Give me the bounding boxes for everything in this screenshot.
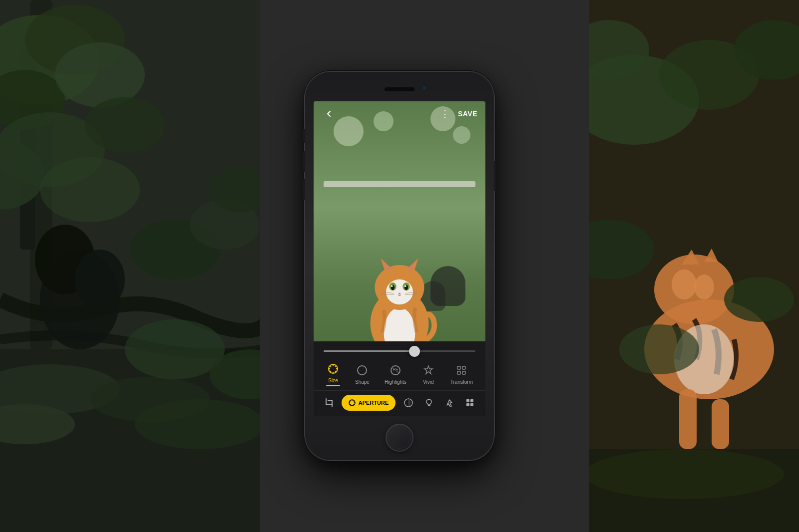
fence <box>324 181 475 187</box>
volume-down-button <box>303 179 305 200</box>
adjustment-slider-row <box>314 341 485 356</box>
svg-point-10 <box>40 157 140 222</box>
slider-fill <box>324 350 414 352</box>
svg-rect-97 <box>466 403 469 406</box>
highlights-label: Highlights <box>385 379 406 385</box>
volume-up-button <box>303 151 305 172</box>
svg-rect-31 <box>712 399 729 449</box>
back-button[interactable] <box>322 106 337 121</box>
svg-line-89 <box>354 404 354 405</box>
svg-rect-98 <box>470 403 473 406</box>
front-camera <box>422 85 427 90</box>
svg-rect-95 <box>466 399 469 402</box>
svg-point-93 <box>426 399 431 404</box>
toolbar-aperture-button[interactable]: APERTURE <box>342 395 396 411</box>
svg-rect-82 <box>462 371 465 374</box>
svg-point-28 <box>694 274 714 299</box>
photo-area: ⋮ SAVE <box>314 101 485 366</box>
earpiece <box>385 87 414 91</box>
svg-line-74 <box>330 371 331 372</box>
toolbar-crop-button[interactable] <box>321 395 337 411</box>
header-right-controls: ⋮ SAVE <box>440 108 477 119</box>
highlights-icon <box>389 363 402 377</box>
vivid-icon <box>421 363 435 377</box>
svg-rect-30 <box>679 389 697 449</box>
size-icon <box>326 362 340 376</box>
bokeh-4 <box>453 126 470 144</box>
svg-point-75 <box>358 366 367 375</box>
svg-point-34 <box>619 324 699 374</box>
toolbar-retouch-button[interactable] <box>441 395 457 411</box>
home-button[interactable] <box>386 424 413 452</box>
svg-point-35 <box>724 277 794 322</box>
tool-highlights[interactable]: Highlights <box>381 361 410 387</box>
toolbar-more-button[interactable] <box>462 395 478 411</box>
vivid-label: Vivid <box>423 379 434 385</box>
toolbar-tonal-button[interactable] <box>400 395 416 411</box>
background-left <box>0 0 265 532</box>
shape-label: Shape <box>355 379 370 385</box>
controls-area: Size Shape <box>314 341 485 416</box>
svg-point-6 <box>55 42 145 107</box>
svg-line-91 <box>350 404 351 405</box>
phone-body: ⋮ SAVE <box>305 71 494 461</box>
svg-marker-78 <box>424 366 432 374</box>
toolbar-light-button[interactable] <box>421 395 437 411</box>
tools-row: Size Shape <box>314 356 485 390</box>
svg-rect-96 <box>470 399 473 402</box>
svg-rect-80 <box>462 366 465 369</box>
svg-rect-81 <box>457 371 460 374</box>
bottom-toolbar: APERTURE <box>314 390 485 416</box>
svg-point-21 <box>75 250 125 309</box>
svg-point-22 <box>125 319 225 379</box>
svg-point-50 <box>386 279 413 304</box>
phone-screen: ⋮ SAVE <box>314 101 485 416</box>
svg-line-72 <box>335 371 336 372</box>
transform-label: Transform <box>450 379 473 385</box>
slider-track[interactable] <box>324 350 475 352</box>
svg-point-56 <box>404 285 406 287</box>
svg-line-73 <box>335 366 336 367</box>
svg-point-55 <box>391 285 393 287</box>
svg-rect-79 <box>457 366 460 369</box>
slider-thumb[interactable] <box>409 346 420 357</box>
svg-line-88 <box>350 401 351 401</box>
svg-line-90 <box>354 401 354 401</box>
photo-header: ⋮ SAVE <box>314 101 485 126</box>
svg-point-8 <box>85 97 165 152</box>
transform-icon <box>454 363 468 377</box>
shape-icon <box>355 363 369 377</box>
tool-size[interactable]: Size <box>322 360 344 388</box>
tool-transform[interactable]: Transform <box>446 361 477 387</box>
background-right <box>584 0 799 532</box>
power-button <box>494 161 496 191</box>
svg-point-27 <box>672 269 697 299</box>
tool-shape[interactable]: Shape <box>351 361 374 387</box>
more-options-button[interactable]: ⋮ <box>440 108 450 119</box>
size-label: Size <box>328 378 338 383</box>
tool-vivid[interactable]: Vivid <box>417 361 439 387</box>
mute-button <box>303 129 305 143</box>
save-button[interactable]: SAVE <box>458 110 477 118</box>
phone-device: ⋮ SAVE <box>305 71 494 461</box>
svg-line-71 <box>330 366 331 367</box>
aperture-label: APERTURE <box>359 400 389 406</box>
svg-point-15 <box>135 399 265 449</box>
size-active-indicator <box>326 385 340 386</box>
svg-point-42 <box>584 449 784 499</box>
